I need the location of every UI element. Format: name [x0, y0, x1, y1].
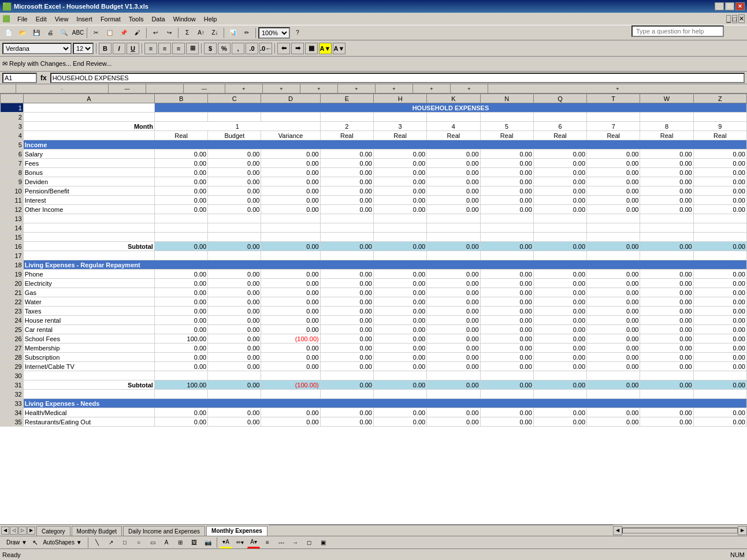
- cell-val[interactable]: 0.00: [373, 408, 426, 417]
- cut-button[interactable]: ✂: [90, 27, 102, 39]
- redo-button[interactable]: ↪: [163, 27, 176, 39]
- row-num-30[interactable]: 30: [1, 371, 24, 380]
- row-num-1[interactable]: 1: [1, 103, 24, 113]
- menu-window[interactable]: Window: [170, 14, 199, 24]
- cell-phone-label[interactable]: Phone: [23, 270, 154, 279]
- cell-val[interactable]: 0.00: [587, 205, 640, 214]
- cell-val[interactable]: 0.00: [480, 159, 533, 168]
- cell-subscription-label[interactable]: Subscription: [23, 353, 154, 362]
- cell-val[interactable]: 0.00: [320, 196, 373, 205]
- chart-button[interactable]: 📊: [226, 27, 239, 39]
- col-header-a[interactable]: A: [23, 94, 154, 103]
- col-header-c[interactable]: C: [208, 94, 261, 103]
- sort-desc-button[interactable]: Z↓: [209, 27, 221, 39]
- cell-val[interactable]: 0.00: [533, 307, 586, 316]
- cell-val[interactable]: 0.00: [693, 307, 746, 316]
- cell-val[interactable]: 0.00: [320, 177, 373, 186]
- line-tool[interactable]: ╲: [91, 537, 103, 548]
- cell-val[interactable]: 0.00: [693, 288, 746, 297]
- italic-button[interactable]: I: [113, 43, 125, 54]
- cell-val[interactable]: 0.00: [533, 316, 586, 325]
- cell-fees-label[interactable]: Fees: [23, 159, 154, 168]
- cell-val[interactable]: 0.00: [480, 325, 533, 334]
- cell-val[interactable]: 0.00: [533, 297, 586, 307]
- print-preview-button[interactable]: 🔍: [58, 27, 70, 39]
- cell-val[interactable]: 100.00: [154, 334, 207, 344]
- hscroll-left[interactable]: ◀: [613, 526, 622, 535]
- cell-val[interactable]: 0.00: [427, 362, 480, 371]
- cell-electricity-label[interactable]: Electricity: [23, 279, 154, 288]
- row-num-7[interactable]: 7: [1, 159, 24, 168]
- tab-category[interactable]: Category: [36, 526, 70, 536]
- menu-view[interactable]: View: [51, 14, 72, 24]
- app-close-button[interactable]: ✕: [738, 14, 745, 23]
- cell-val[interactable]: 0.00: [261, 353, 320, 362]
- cell-month-7[interactable]: 7: [587, 122, 640, 131]
- cell-month-3[interactable]: 3: [373, 122, 426, 131]
- cell-val[interactable]: 0.00: [587, 196, 640, 205]
- cell-variance-d4[interactable]: Variance: [261, 131, 320, 140]
- cell-val[interactable]: 0.00: [320, 408, 373, 417]
- row-num-17[interactable]: 17: [1, 251, 24, 260]
- cell-val[interactable]: 0.00: [587, 279, 640, 288]
- row-num-24[interactable]: 24: [1, 316, 24, 325]
- cell-val[interactable]: 0.00: [154, 353, 207, 362]
- col-resize-a[interactable]: ·: [61, 86, 63, 92]
- row-num-9[interactable]: 9: [1, 177, 24, 186]
- cell-val[interactable]: 0.00: [693, 205, 746, 214]
- spell-check-button[interactable]: ABC: [72, 27, 84, 39]
- align-center-button[interactable]: ≡: [158, 43, 171, 54]
- cell-real-z4[interactable]: Real: [693, 131, 746, 140]
- cell-val[interactable]: 0.00: [320, 270, 373, 279]
- col-resize-d[interactable]: —: [202, 86, 207, 92]
- col-header-b[interactable]: B: [154, 94, 207, 103]
- cell-val[interactable]: 0.00: [533, 408, 586, 417]
- row-num-22[interactable]: 22: [1, 297, 24, 307]
- cell-val[interactable]: 0.00: [480, 408, 533, 417]
- cell-other-income-label[interactable]: Other Income: [23, 205, 154, 214]
- cell-val[interactable]: 0.00: [320, 325, 373, 334]
- row-num-34[interactable]: 34: [1, 408, 24, 417]
- row-num-12[interactable]: 12: [1, 205, 24, 214]
- cell-val[interactable]: 0.00: [480, 288, 533, 297]
- col-resize-n[interactable]: +: [355, 86, 358, 92]
- cell-val[interactable]: 0.00: [320, 242, 373, 251]
- cell-val[interactable]: 0.00: [208, 334, 261, 344]
- row-num-15[interactable]: 15: [1, 233, 24, 242]
- cell-val[interactable]: 0.00: [480, 362, 533, 371]
- minimize-button[interactable]: _: [715, 2, 724, 10]
- cell-val[interactable]: 0.00: [693, 177, 746, 186]
- cell-val[interactable]: 0.00: [208, 279, 261, 288]
- cell-val[interactable]: 0.00: [154, 417, 207, 427]
- cell-val[interactable]: 0.00: [261, 316, 320, 325]
- cell-month-label[interactable]: Month: [23, 122, 154, 131]
- cell-internet-label[interactable]: Internet/Cable TV: [23, 362, 154, 371]
- cell-val[interactable]: 0.00: [640, 334, 693, 344]
- cell-val[interactable]: 0.00: [587, 242, 640, 251]
- cell-val[interactable]: 0.00: [373, 297, 426, 307]
- cell-val[interactable]: 0.00: [587, 316, 640, 325]
- cell-val[interactable]: 0.00: [261, 279, 320, 288]
- cell-val[interactable]: 0.00: [693, 196, 746, 205]
- cell-val[interactable]: 0.00: [587, 270, 640, 279]
- cell-val[interactable]: 0.00: [427, 168, 480, 177]
- cell-val[interactable]: 0.00: [587, 177, 640, 186]
- col-header-t[interactable]: T: [587, 94, 640, 103]
- cell-car-rental-label[interactable]: Car rental: [23, 325, 154, 334]
- cell-val[interactable]: 0.00: [427, 316, 480, 325]
- cell-val[interactable]: 0.00: [640, 159, 693, 168]
- cell-val[interactable]: 0.00: [640, 279, 693, 288]
- cell-val[interactable]: 0.00: [587, 408, 640, 417]
- new-button[interactable]: 📄: [2, 27, 15, 39]
- cell-val[interactable]: 0.00: [320, 353, 373, 362]
- cell-val[interactable]: 0.00: [320, 344, 373, 353]
- cell-val[interactable]: 0.00: [640, 353, 693, 362]
- cell-val[interactable]: 0.00: [154, 325, 207, 334]
- cell-val[interactable]: 0.00: [587, 297, 640, 307]
- cell-val[interactable]: 0.00: [693, 362, 746, 371]
- cell-val[interactable]: 0.00: [693, 325, 746, 334]
- cell-val[interactable]: 0.00: [640, 196, 693, 205]
- row-num-23[interactable]: 23: [1, 307, 24, 316]
- undo-button[interactable]: ↩: [149, 27, 162, 39]
- cell-a1[interactable]: [23, 103, 154, 113]
